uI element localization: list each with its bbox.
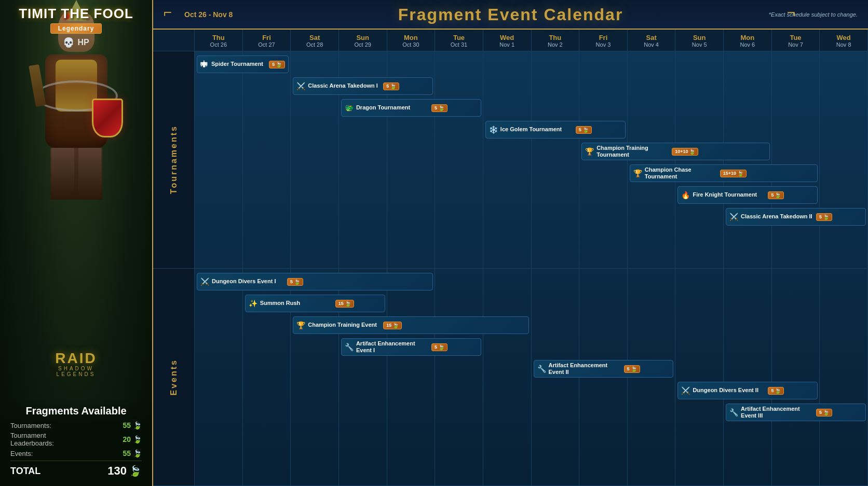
calendar-title: Fragment Event Calendar — [398, 5, 623, 24]
event-label: Summon Rush — [260, 300, 333, 307]
day-sun-nov5: Sun Nov 5 — [675, 30, 724, 51]
fragment-badge: 15 🍃 — [383, 322, 402, 329]
fragment-badge: 5 🍃 — [768, 387, 784, 395]
event-bar-classic-arena-takedown-i[interactable]: ⚔️Classic Arena Takedown I5 🍃 — [293, 77, 433, 95]
event-bar-champion-training-tournament[interactable]: 🏆Champion Training Tournament10+10 🍃 — [581, 143, 770, 160]
day-fri-oct27: Fri Oct 27 — [243, 30, 291, 51]
event-label: Artifact Enhancement Event III — [741, 406, 813, 419]
event-icon: 🔥 — [681, 191, 690, 199]
day-sat-oct28: Sat Oct 28 — [291, 30, 339, 51]
tournaments-stat-row: Tournaments: 55 🍃 — [10, 421, 142, 429]
event-icon: 🏆 — [585, 147, 594, 156]
event-bar-fire-knight-tournament[interactable]: 🔥Fire Knight Tournament5 🍃 — [677, 186, 818, 204]
total-row: TOTAL 130 🍃 — [10, 461, 142, 478]
tournaments-stat-label: Tournaments: — [10, 422, 51, 429]
tournaments-stat-value: 55 🍃 — [123, 421, 142, 429]
events-grid: ⚔️Dungeon Divers Event I5 🍃✨Summon Rush1… — [195, 269, 868, 485]
shadow-legends-label: Shadow Legends — [38, 366, 114, 377]
event-icon: ⚔️ — [729, 213, 738, 221]
leaf-icon-1: 🍃 — [133, 421, 142, 429]
day-sat-nov4: Sat Nov 4 — [628, 30, 676, 51]
fragment-badge: 5 🍃 — [816, 409, 832, 416]
fragment-badge: 5 🍃 — [576, 126, 592, 134]
fragment-badge: 5 🍃 — [431, 343, 447, 351]
event-label: Artifact Enhancement Event II — [549, 362, 621, 376]
stats-panel: Fragments Available Tournaments: 55 🍃 To… — [0, 399, 152, 486]
fragments-title: Fragments Available — [10, 405, 142, 417]
event-bar-dungeon-divers-event-i[interactable]: ⚔️Dungeon Divers Event I5 🍃 — [197, 273, 433, 290]
tournaments-bars: 🕷Spider Tournament5 🍃⚔️Classic Arena Tak… — [195, 51, 868, 268]
corner-deco-left: ⌐ — [164, 4, 172, 21]
left-content: TIMIT THE FOOL Legendary 💀 HP — [0, 0, 152, 48]
events-stat-row: Events: 55 🍃 — [10, 449, 142, 457]
tournaments-section: Tournaments 🕷Spider Tournament5 🍃⚔️Class… — [153, 51, 868, 269]
calendar-body: Tournaments 🕷Spider Tournament5 🍃⚔️Class… — [153, 51, 868, 486]
event-bar-spider-tournament[interactable]: 🕷Spider Tournament5 🍃 — [197, 55, 289, 73]
fragment-badge: 5 🍃 — [431, 104, 447, 112]
fragment-badge: 5 🍃 — [816, 213, 832, 221]
event-label: Classic Arena Takedown II — [741, 213, 813, 220]
day-mon-nov6: Mon Nov 6 — [724, 30, 772, 51]
event-icon: 🕷 — [200, 60, 209, 68]
event-bar-artifact-enhancement-event-i[interactable]: 🔧Artifact Enhancement Event I5 🍃 — [341, 338, 481, 356]
leaderboards-stat-row: TournamentLeaderboards: 20 🍃 — [10, 432, 142, 447]
event-icon: 🔧 — [537, 365, 546, 373]
day-thu-nov2: Thu Nov 2 — [532, 30, 580, 51]
day-mon-oct30: Mon Oct 30 — [387, 30, 436, 51]
row-label-header — [153, 30, 195, 51]
skull-icon: 💀 — [63, 37, 74, 48]
event-icon: ✨ — [249, 299, 257, 308]
date-range: Oct 26 - Nov 8 — [184, 10, 233, 19]
event-bar-dungeon-divers-event-ii[interactable]: ⚔️Dungeon Divers Event II5 🍃 — [677, 382, 818, 399]
day-fri-nov3: Fri Nov 3 — [579, 30, 628, 51]
calendar-header: ⌐ Oct 26 - Nov 8 Fragment Event Calendar… — [153, 0, 868, 30]
event-label: Champion Training Tournament — [596, 145, 669, 158]
day-wed-nov1: Wed Nov 1 — [483, 30, 532, 51]
events-bars: ⚔️Dungeon Divers Event I5 🍃✨Summon Rush1… — [195, 269, 868, 485]
event-label: Dungeon Divers Event I — [212, 278, 284, 285]
event-bar-classic-arena-takedown-ii[interactable]: ⚔️Classic Arena Takedown II5 🍃 — [726, 208, 866, 226]
day-wed-nov8: Wed Nov 8 — [820, 30, 868, 51]
events-section-label: Events — [169, 359, 179, 395]
character-figure — [5, 10, 147, 301]
leaf-icon-3: 🍃 — [133, 449, 142, 457]
event-bar-summon-rush[interactable]: ✨Summon Rush15 🍃 — [245, 295, 385, 312]
event-label: Champion Chase Tournament — [645, 166, 717, 180]
left-panel: TIMIT THE FOOL Legendary 💀 HP RAID Shado… — [0, 0, 153, 486]
fragment-badge: 5 🍃 — [287, 278, 303, 286]
event-bar-dragon-tournament[interactable]: 🐲Dragon Tournament5 🍃 — [341, 99, 481, 117]
day-sun-oct29: Sun Oct 29 — [339, 30, 387, 51]
raid-logo: RAID — [38, 351, 114, 366]
event-icon: 🔧 — [729, 408, 738, 416]
fragment-badge: 5 🍃 — [768, 191, 784, 199]
event-bar-champion-chase-tournament[interactable]: 🏆Champion Chase Tournament15+10 🍃 — [630, 164, 818, 182]
event-bar-champion-training-event[interactable]: 🏆Champion Training Event15 🍃 — [293, 316, 529, 334]
event-icon: 🔧 — [345, 343, 354, 351]
schedule-note: *Exact schedule subject to change. — [769, 11, 858, 18]
event-bar-ice-golem-tournament[interactable]: ❄️Ice Golem Tournament5 🍃 — [485, 121, 626, 138]
event-label: Ice Golem Tournament — [500, 126, 573, 133]
day-thu-oct26: Thu Oct 26 — [195, 30, 243, 51]
event-icon: ❄️ — [489, 126, 498, 134]
event-label: Artifact Enhancement Event I — [356, 340, 429, 354]
tournaments-vlines — [195, 51, 868, 268]
event-label: Fire Knight Tournament — [693, 191, 765, 198]
tournaments-section-label: Tournaments — [169, 125, 179, 194]
events-section: Events ⚔️Dungeon Divers Event I5 🍃✨Summo… — [153, 269, 868, 486]
total-label: TOTAL — [10, 466, 40, 477]
days-header: Thu Oct 26 Fri Oct 27 Sat Oct 28 Sun Oct… — [153, 30, 868, 51]
events-label-cell: Events — [153, 269, 195, 485]
player-name: TIMIT THE FOOL — [19, 6, 133, 21]
event-icon: ⚔️ — [200, 277, 209, 286]
event-bar-artifact-enhancement-event-ii[interactable]: 🔧Artifact Enhancement Event II5 🍃 — [534, 360, 674, 378]
total-value: 130 🍃 — [107, 464, 142, 478]
events-vlines — [195, 269, 868, 485]
leaf-icon-total: 🍃 — [129, 465, 142, 477]
event-label: Dragon Tournament — [356, 104, 429, 111]
leaf-icon-2: 🍃 — [133, 435, 142, 443]
event-label: Dungeon Divers Event II — [693, 387, 765, 394]
event-icon: 🐲 — [345, 104, 354, 112]
tournaments-grid: 🕷Spider Tournament5 🍃⚔️Classic Arena Tak… — [195, 51, 868, 268]
event-bar-artifact-enhancement-event-iii[interactable]: 🔧Artifact Enhancement Event III5 🍃 — [726, 404, 866, 421]
event-icon: ⚔️ — [681, 386, 690, 395]
